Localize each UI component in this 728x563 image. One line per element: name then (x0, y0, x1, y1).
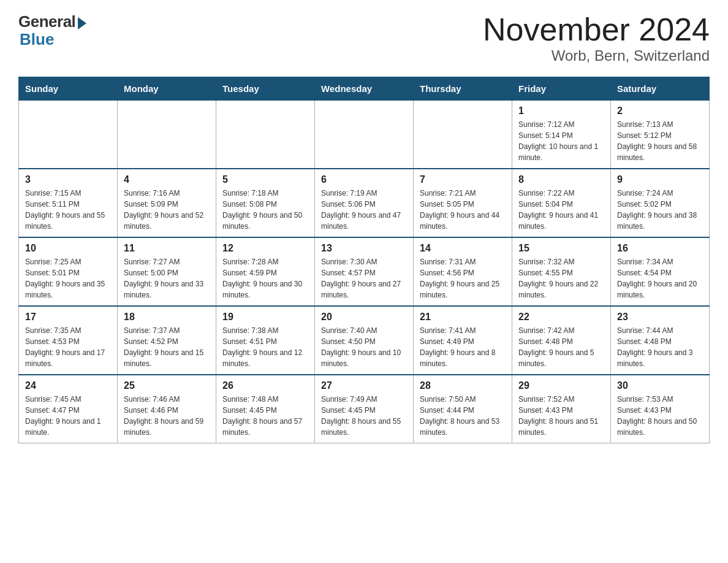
weekday-header-sunday: Sunday (19, 77, 118, 101)
cell-daylight-info: Sunrise: 7:34 AM Sunset: 4:54 PM Dayligh… (617, 256, 703, 301)
cell-daylight-info: Sunrise: 7:12 AM Sunset: 5:14 PM Dayligh… (518, 119, 604, 163)
calendar-cell: 11Sunrise: 7:27 AM Sunset: 5:00 PM Dayli… (118, 237, 216, 306)
weekday-header-monday: Monday (118, 77, 216, 101)
week-row-2: 3Sunrise: 7:15 AM Sunset: 5:11 PM Daylig… (19, 169, 710, 237)
calendar-table: SundayMondayTuesdayWednesdayThursdayFrid… (18, 77, 710, 443)
calendar-cell: 5Sunrise: 7:18 AM Sunset: 5:08 PM Daylig… (216, 169, 315, 237)
title-area: November 2024 Worb, Bern, Switzerland (483, 12, 710, 64)
weekday-header-saturday: Saturday (611, 77, 710, 101)
day-number: 10 (25, 243, 111, 254)
cell-daylight-info: Sunrise: 7:44 AM Sunset: 4:48 PM Dayligh… (617, 325, 703, 369)
cell-daylight-info: Sunrise: 7:18 AM Sunset: 5:08 PM Dayligh… (222, 188, 308, 232)
calendar-cell: 29Sunrise: 7:52 AM Sunset: 4:43 PM Dayli… (512, 375, 611, 443)
weekday-header-friday: Friday (512, 77, 611, 101)
day-number: 26 (222, 380, 308, 391)
day-number: 25 (124, 380, 210, 391)
cell-daylight-info: Sunrise: 7:53 AM Sunset: 4:43 PM Dayligh… (617, 394, 703, 438)
page-header: General Blue November 2024 Worb, Bern, S… (18, 12, 710, 64)
day-number: 22 (518, 312, 604, 323)
week-row-3: 10Sunrise: 7:25 AM Sunset: 5:01 PM Dayli… (19, 237, 710, 306)
day-number: 1 (518, 105, 604, 117)
calendar-cell: 12Sunrise: 7:28 AM Sunset: 4:59 PM Dayli… (216, 237, 315, 306)
week-row-1: 1Sunrise: 7:12 AM Sunset: 5:14 PM Daylig… (19, 101, 710, 169)
cell-daylight-info: Sunrise: 7:16 AM Sunset: 5:09 PM Dayligh… (124, 188, 210, 232)
weekday-header-wednesday: Wednesday (315, 77, 414, 101)
cell-daylight-info: Sunrise: 7:38 AM Sunset: 4:51 PM Dayligh… (222, 325, 308, 369)
calendar-cell: 1Sunrise: 7:12 AM Sunset: 5:14 PM Daylig… (512, 101, 611, 169)
weekday-header-thursday: Thursday (414, 77, 512, 101)
calendar-cell: 20Sunrise: 7:40 AM Sunset: 4:50 PM Dayli… (315, 306, 414, 375)
day-number: 4 (124, 174, 210, 185)
calendar-cell (118, 101, 216, 169)
cell-daylight-info: Sunrise: 7:22 AM Sunset: 5:04 PM Dayligh… (518, 188, 604, 232)
cell-daylight-info: Sunrise: 7:32 AM Sunset: 4:55 PM Dayligh… (518, 256, 604, 301)
day-number: 28 (420, 380, 506, 391)
cell-daylight-info: Sunrise: 7:31 AM Sunset: 4:56 PM Dayligh… (420, 256, 506, 301)
cell-daylight-info: Sunrise: 7:27 AM Sunset: 5:00 PM Dayligh… (124, 256, 210, 301)
weekday-header-tuesday: Tuesday (216, 77, 315, 101)
calendar-cell: 25Sunrise: 7:46 AM Sunset: 4:46 PM Dayli… (118, 375, 216, 443)
cell-daylight-info: Sunrise: 7:24 AM Sunset: 5:02 PM Dayligh… (617, 188, 703, 232)
day-number: 12 (222, 243, 308, 254)
calendar-cell (414, 101, 512, 169)
calendar-cell: 28Sunrise: 7:50 AM Sunset: 4:44 PM Dayli… (414, 375, 512, 443)
day-number: 29 (518, 380, 604, 391)
day-number: 18 (124, 312, 210, 323)
calendar-cell: 3Sunrise: 7:15 AM Sunset: 5:11 PM Daylig… (19, 169, 118, 237)
calendar-cell: 6Sunrise: 7:19 AM Sunset: 5:06 PM Daylig… (315, 169, 414, 237)
cell-daylight-info: Sunrise: 7:19 AM Sunset: 5:06 PM Dayligh… (321, 188, 407, 232)
day-number: 2 (617, 105, 703, 117)
cell-daylight-info: Sunrise: 7:40 AM Sunset: 4:50 PM Dayligh… (321, 325, 407, 369)
day-number: 9 (617, 174, 703, 185)
cell-daylight-info: Sunrise: 7:48 AM Sunset: 4:45 PM Dayligh… (222, 394, 308, 438)
day-number: 19 (222, 312, 308, 323)
day-number: 11 (124, 243, 210, 254)
day-number: 13 (321, 243, 407, 254)
logo-arrow-icon (78, 17, 86, 29)
logo: General Blue (18, 12, 86, 47)
calendar-cell: 10Sunrise: 7:25 AM Sunset: 5:01 PM Dayli… (19, 237, 118, 306)
calendar-cell: 26Sunrise: 7:48 AM Sunset: 4:45 PM Dayli… (216, 375, 315, 443)
calendar-cell: 9Sunrise: 7:24 AM Sunset: 5:02 PM Daylig… (611, 169, 710, 237)
day-number: 24 (25, 380, 111, 391)
day-number: 30 (617, 380, 703, 391)
day-number: 14 (420, 243, 506, 254)
calendar-cell (19, 101, 118, 169)
day-number: 8 (518, 174, 604, 185)
calendar-cell: 23Sunrise: 7:44 AM Sunset: 4:48 PM Dayli… (611, 306, 710, 375)
day-number: 6 (321, 174, 407, 185)
calendar-cell: 18Sunrise: 7:37 AM Sunset: 4:52 PM Dayli… (118, 306, 216, 375)
day-number: 15 (518, 243, 604, 254)
calendar-cell: 27Sunrise: 7:49 AM Sunset: 4:45 PM Dayli… (315, 375, 414, 443)
day-number: 21 (420, 312, 506, 323)
calendar-cell: 4Sunrise: 7:16 AM Sunset: 5:09 PM Daylig… (118, 169, 216, 237)
logo-blue-text: Blue (20, 31, 54, 47)
cell-daylight-info: Sunrise: 7:21 AM Sunset: 5:05 PM Dayligh… (420, 188, 506, 232)
cell-daylight-info: Sunrise: 7:13 AM Sunset: 5:12 PM Dayligh… (617, 119, 703, 163)
cell-daylight-info: Sunrise: 7:42 AM Sunset: 4:48 PM Dayligh… (518, 325, 604, 369)
month-title: November 2024 (483, 12, 710, 47)
day-number: 17 (25, 312, 111, 323)
calendar-cell: 7Sunrise: 7:21 AM Sunset: 5:05 PM Daylig… (414, 169, 512, 237)
day-number: 7 (420, 174, 506, 185)
cell-daylight-info: Sunrise: 7:50 AM Sunset: 4:44 PM Dayligh… (420, 394, 506, 438)
cell-daylight-info: Sunrise: 7:41 AM Sunset: 4:49 PM Dayligh… (420, 325, 506, 369)
day-number: 3 (25, 174, 111, 185)
calendar-cell: 14Sunrise: 7:31 AM Sunset: 4:56 PM Dayli… (414, 237, 512, 306)
cell-daylight-info: Sunrise: 7:49 AM Sunset: 4:45 PM Dayligh… (321, 394, 407, 438)
calendar-cell (315, 101, 414, 169)
calendar-cell: 8Sunrise: 7:22 AM Sunset: 5:04 PM Daylig… (512, 169, 611, 237)
day-number: 16 (617, 243, 703, 254)
cell-daylight-info: Sunrise: 7:52 AM Sunset: 4:43 PM Dayligh… (518, 394, 604, 438)
day-number: 5 (222, 174, 308, 185)
calendar-cell: 13Sunrise: 7:30 AM Sunset: 4:57 PM Dayli… (315, 237, 414, 306)
day-number: 23 (617, 312, 703, 323)
logo-general-text: General (18, 12, 75, 31)
location-title: Worb, Bern, Switzerland (483, 47, 710, 64)
calendar-cell: 16Sunrise: 7:34 AM Sunset: 4:54 PM Dayli… (611, 237, 710, 306)
cell-daylight-info: Sunrise: 7:35 AM Sunset: 4:53 PM Dayligh… (25, 325, 111, 369)
calendar-cell: 2Sunrise: 7:13 AM Sunset: 5:12 PM Daylig… (611, 101, 710, 169)
calendar-cell: 30Sunrise: 7:53 AM Sunset: 4:43 PM Dayli… (611, 375, 710, 443)
cell-daylight-info: Sunrise: 7:25 AM Sunset: 5:01 PM Dayligh… (25, 256, 111, 301)
cell-daylight-info: Sunrise: 7:28 AM Sunset: 4:59 PM Dayligh… (222, 256, 308, 301)
